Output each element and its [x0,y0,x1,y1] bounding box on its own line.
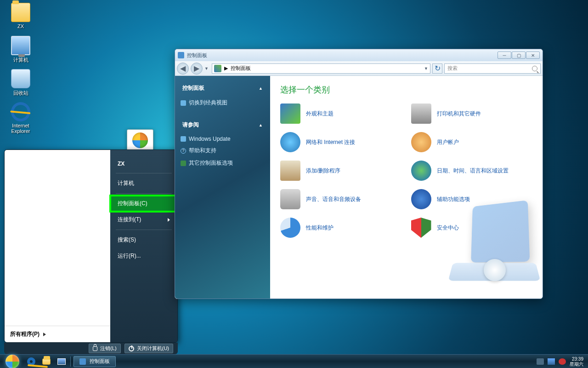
separator [70,356,72,367]
start-menu-item-connect-to[interactable]: 连接到(T) [110,212,177,228]
sidebar-link-help[interactable]: ? 帮助和支持 [175,144,270,157]
start-menu-all-programs[interactable]: 所有程序(P) [5,326,110,342]
control-panel-icon [79,358,86,365]
taskbar-task-control-panel[interactable]: 控制面板 [74,356,116,367]
category-date-time[interactable]: 日期、时间、语言和区域设置 [411,161,533,181]
desktop-icon-recycle-bin[interactable]: 回收站 [4,69,38,97]
start-menu-item-run[interactable]: 运行(R)... [110,248,177,264]
category-network[interactable]: 网络和 Internet 连接 [280,132,402,152]
category-programs[interactable]: 添加/删除程序 [280,161,402,181]
start-menu-left-pane: 所有程序(P) [5,150,110,342]
start-menu-item-computer[interactable]: 计算机 [110,175,177,191]
refresh-button[interactable]: ↻ [432,63,442,74]
sidebar-link-label: 其它控制面板选项 [189,159,233,167]
clock-time: 23:39 [570,356,583,362]
menu-item-label: 运行(R)... [118,252,141,260]
desktop-icon-computer[interactable]: 计算机 [4,36,38,63]
category-users[interactable]: 用户帐户 [411,132,533,152]
sidebar: 控制面板 ▲ 切换到经典视图 请参阅 ▲ Windows Update ? 帮助… [175,76,270,299]
tray-network-icon[interactable] [548,358,555,365]
clock-day: 星期六 [570,362,583,367]
chevron-up-icon: ▲ [259,86,263,91]
start-menu-user-label: ZX [118,161,124,167]
decorative-control-panel-graphic [451,202,538,294]
main-content: 选择一个类别 外观和主题 打印机和其它硬件 网络和 Internet 连接 用户… [270,76,543,299]
sidebar-link-label: 帮助和支持 [189,147,216,155]
sidebar-link-label: 切换到经典视图 [189,99,227,107]
menu-item-label: 搜索(S) [118,236,136,244]
logoff-label: 注销(L) [100,345,116,352]
category-sound[interactable]: 声音、语音和音频设备 [280,189,402,209]
nav-forward-button[interactable]: ▶ [191,63,203,75]
taskbar: 控制面板 23:39 星期六 [0,354,588,368]
help-icon: ? [181,148,186,154]
sidebar-header-label: 控制面板 [182,84,204,92]
address-bar: ◀ ▶ ▼ ▶ 控制面板 ▼ ↻ 搜索 [175,61,543,76]
category-label: 网络和 Internet 连接 [306,138,355,146]
start-menu-item-search[interactable]: 搜索(S) [110,232,177,248]
globe-icon [411,161,431,181]
address-field[interactable]: ▶ 控制面板 ▼ [212,63,430,74]
main-title: 选择一个类别 [280,84,532,95]
menu-item-label: 计算机 [118,179,134,187]
system-tray: 23:39 星期六 [537,356,586,367]
category-appearance[interactable]: 外观和主题 [280,104,402,124]
folder-icon [42,358,51,365]
start-menu-user[interactable]: ZX [110,156,177,171]
desktop-icon-ie[interactable]: Internet Explorer [4,102,38,134]
start-button[interactable] [2,355,23,368]
ie-icon [9,100,32,123]
tray-keyboard-icon[interactable] [537,358,544,365]
desktop-icon-label: ZX [4,23,38,29]
logoff-button[interactable]: 注销(L) [89,344,120,353]
nav-history-dropdown[interactable]: ▼ [204,66,210,71]
desktop-icon-zx[interactable]: ZX [4,3,38,29]
maximize-button[interactable]: ▢ [512,52,526,59]
start-menu-item-control-panel[interactable]: 控制面板(C) [110,196,177,212]
sidebar-link-other-options[interactable]: 其它控制面板选项 [175,157,270,169]
accessibility-icon [411,189,431,209]
sidebar-header[interactable]: 控制面板 ▲ [175,82,270,97]
start-menu-footer: 注销(L) 关闭计算机(U) [4,343,178,354]
power-icon [129,346,134,351]
search-placeholder: 搜索 [447,65,458,72]
sidebar-link-classic-view[interactable]: 切换到经典视图 [175,97,270,109]
category-printers[interactable]: 打印机和其它硬件 [411,104,533,124]
start-menu-user-avatar [127,129,153,151]
close-button[interactable]: ✕ [526,52,540,59]
category-label: 性能和维护 [306,224,334,232]
shutdown-button[interactable]: 关闭计算机(U) [124,344,173,353]
checkmark-icon [181,161,186,166]
taskbar-clock[interactable]: 23:39 星期六 [570,356,583,367]
task-label: 控制面板 [90,358,110,365]
folder-icon [11,3,30,22]
desktop-icon-label: 计算机 [4,57,38,63]
address-path: 控制面板 [231,65,251,72]
window-titlebar[interactable]: 控制面板 ─ ▢ ✕ [175,49,543,61]
sound-icon [280,189,300,209]
sidebar-see-also-header[interactable]: 请参阅 ▲ [175,119,270,133]
lock-icon [93,346,97,351]
shutdown-label: 关闭计算机(U) [137,345,169,352]
nav-back-button[interactable]: ◀ [177,63,189,75]
category-label: 添加/删除程序 [306,167,340,175]
network-icon [280,132,300,152]
control-panel-icon [178,52,184,58]
recycle-bin-icon [11,69,30,88]
minimize-button[interactable]: ─ [498,52,511,59]
start-menu: 所有程序(P) ZX 计算机 控制面板(C) 连接到(T) 搜索(S) 运行(R… [4,150,178,343]
separator [116,173,172,173]
shield-icon [411,218,431,238]
category-performance[interactable]: 性能和维护 [280,218,402,238]
quick-launch-ie[interactable] [24,356,39,368]
all-programs-label: 所有程序(P) [10,330,40,338]
quick-launch-show-desktop[interactable] [54,356,69,368]
tray-security-icon[interactable] [559,358,566,365]
search-field[interactable]: 搜索 [444,63,541,74]
category-label: 外观和主题 [306,110,334,118]
chevron-right-icon [43,333,46,336]
windows-logo-icon [131,132,149,149]
sidebar-link-windows-update[interactable]: Windows Update [175,133,270,144]
chevron-down-icon[interactable]: ▼ [424,66,428,71]
separator [116,230,172,230]
